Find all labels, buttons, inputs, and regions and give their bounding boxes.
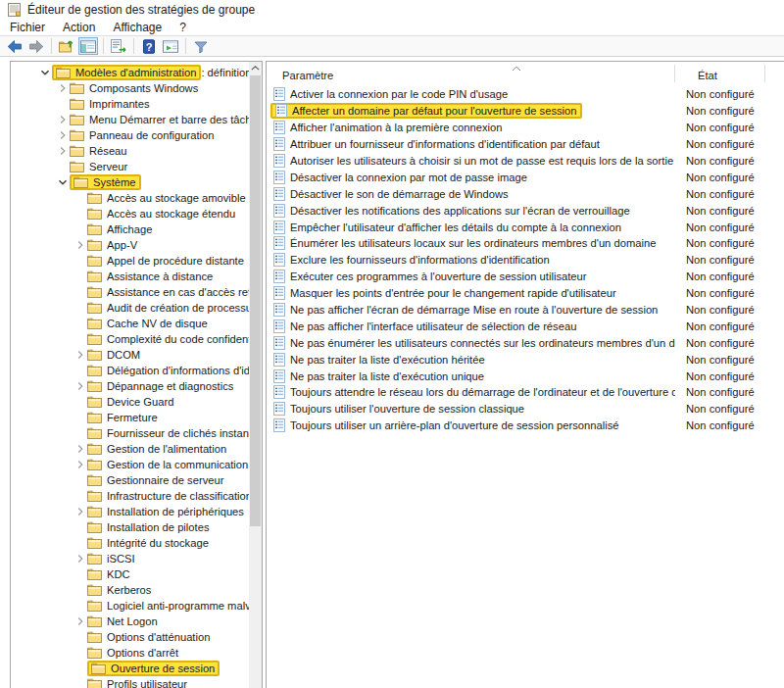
tree-item-profils-utilisateur[interactable]: Profils utilisateur <box>11 676 249 688</box>
tree-item-gestionnaire-de-serveur[interactable]: Gestionnaire de serveur <box>11 472 249 488</box>
policy-row[interactable]: Désactiver le son de démarrage de Window… <box>267 185 784 202</box>
policy-row[interactable]: Activer la connexion par le code PIN d'u… <box>267 86 784 103</box>
new-window-icon[interactable] <box>161 37 180 55</box>
policy-row[interactable]: Énumérer les utilisateurs locaux sur les… <box>267 235 784 252</box>
tree-item-installation-de-pilotes[interactable]: Installation de pilotes <box>11 519 249 535</box>
tree-item-menu-d-marrer-et-barre-des-t-ches[interactable]: Menu Démarrer et barre des tâches <box>11 112 249 127</box>
tree-item-r-seau[interactable]: Réseau <box>11 143 249 159</box>
policy-row[interactable]: Ne pas énumérer les utilisateurs connect… <box>267 334 784 351</box>
menu-item-help[interactable]: ? <box>171 21 195 34</box>
column-header-parametre[interactable]: Paramètre <box>282 70 333 81</box>
tree-item-fermeture[interactable]: Fermeture <box>11 410 249 425</box>
tree-item-iscsi[interactable]: iSCSI <box>11 551 249 566</box>
column-header-etat[interactable]: État <box>698 70 717 81</box>
tree-item-kdc[interactable]: KDC <box>11 566 249 582</box>
tree-item-ouverture-de-session[interactable]: Ouverture de session <box>11 661 249 676</box>
policy-row[interactable]: Autoriser les utilisateurs à choisir si … <box>267 153 784 170</box>
policy-row[interactable]: Désactiver la connexion par mot de passe… <box>267 169 784 185</box>
filter-icon[interactable] <box>191 37 211 55</box>
policy-setting-icon <box>272 204 286 218</box>
policy-row[interactable]: Attribuer un fournisseur d'informations … <box>267 136 784 153</box>
policy-setting-icon <box>272 253 286 267</box>
chevron-collapsed-icon[interactable] <box>74 240 87 250</box>
show-console-tree-icon[interactable] <box>78 37 98 55</box>
tree-item-infrastructure-de-classification[interactable]: Infrastructure de classification <box>11 488 249 504</box>
tree-item-affichage[interactable]: Affichage <box>11 221 249 237</box>
policy-row[interactable]: Ne pas afficher l'interface utilisateur … <box>267 318 784 334</box>
forward-icon[interactable] <box>26 37 46 55</box>
policy-row[interactable]: Ne pas traiter la liste d'exécution uniq… <box>267 368 784 384</box>
policy-state: Non configuré <box>675 403 755 415</box>
tree-item-gestion-de-la-communication-internet[interactable]: Gestion de la communication Internet <box>11 457 249 472</box>
tree-item-logiciel-anti-programme-malveillant[interactable]: Logiciel anti-programme malveillant <box>11 598 249 614</box>
policy-row[interactable]: Affecter un domaine par défaut pour l'ou… <box>267 103 784 120</box>
policy-row[interactable]: Empêcher l'utilisateur d'afficher les dé… <box>267 219 784 235</box>
chevron-collapsed-icon[interactable] <box>56 146 70 156</box>
policy-row[interactable]: Désactiver les notifications des applica… <box>267 202 784 219</box>
tree-item-d-pannage-et-diagnostics[interactable]: Dépannage et diagnostics <box>11 378 249 394</box>
policy-row[interactable]: Ne pas traiter la liste d'exécution héri… <box>267 351 784 368</box>
policy-row[interactable]: Exécuter ces programmes à l'ouverture de… <box>267 269 784 285</box>
policy-row[interactable]: Toujours utiliser un arrière-plan d'ouve… <box>267 418 784 434</box>
chevron-collapsed-icon[interactable] <box>74 554 87 564</box>
tree-item-panneau-de-configuration[interactable]: Panneau de configuration <box>11 127 249 143</box>
tree-item-mod-les-d-administration[interactable]: Modèles d'administration : définitions <box>11 65 249 80</box>
tree-item-d-l-gation-d-informations-d-identification[interactable]: Délégation d'informations d'identificati… <box>11 363 249 378</box>
tree-item-imprimantes[interactable]: Imprimantes <box>11 96 249 112</box>
folder-icon <box>70 145 84 157</box>
chevron-expanded-icon[interactable] <box>38 68 52 77</box>
tree-item-installation-de-p-riph-riques[interactable]: Installation de périphériques <box>11 504 249 519</box>
scrollbar-thumb[interactable] <box>250 75 261 526</box>
chevron-collapsed-icon[interactable] <box>74 381 87 391</box>
chevron-expanded-icon[interactable] <box>56 177 70 187</box>
tree-item-kerberos[interactable]: Kerberos <box>11 582 249 598</box>
policy-row[interactable]: Ne pas afficher l'écran de démarrage Mis… <box>267 302 784 319</box>
tree-item-audit-de-cr-ation-de-processus[interactable]: Audit de création de processus <box>11 300 249 316</box>
column-divider[interactable] <box>674 65 675 82</box>
tree-item-fournisseur-de-clich-s-instantan-s[interactable]: Fournisseur de clichés instantanés <box>11 425 249 441</box>
tree-item-acc-s-au-stockage-amovible[interactable]: Accès au stockage amovible <box>11 190 249 206</box>
menu-item-affichage[interactable]: Affichage <box>104 21 171 34</box>
chevron-collapsed-icon[interactable] <box>74 444 87 454</box>
tree-item-cache-nv-de-disque[interactable]: Cache NV de disque <box>11 316 249 331</box>
chevron-collapsed-icon[interactable] <box>56 83 70 93</box>
tree-item-composants-windows[interactable]: Composants Windows <box>11 80 249 96</box>
chevron-collapsed-icon[interactable] <box>74 350 87 360</box>
policy-row[interactable]: Masquer les points d'entrée pour le chan… <box>267 285 784 302</box>
tree-item-dcom[interactable]: DCOM <box>11 347 249 363</box>
tree-item-device-guard[interactable]: Device Guard <box>11 394 249 410</box>
chevron-collapsed-icon[interactable] <box>74 460 87 469</box>
back-icon[interactable] <box>5 37 24 55</box>
up-one-level-icon[interactable] <box>57 37 76 55</box>
tree-item-assistance-en-cas-d-acc-s-refus[interactable]: Assistance en cas d'accès refusé <box>11 284 249 300</box>
help-icon[interactable]: ? <box>139 37 159 55</box>
tree-item-appel-de-proc-dure-distante[interactable]: Appel de procédure distante <box>11 253 249 269</box>
chevron-collapsed-icon[interactable] <box>74 616 87 626</box>
scrollbar-up-icon[interactable] <box>249 62 262 74</box>
policy-row[interactable]: Afficher l'animation à la première conne… <box>267 120 784 136</box>
tree-item-options-d-arr-t[interactable]: Options d'arrêt <box>11 645 249 661</box>
tree-item-app-v[interactable]: App-V <box>11 237 249 253</box>
export-list-icon[interactable] <box>109 37 128 55</box>
policy-row[interactable]: Exclure les fournisseurs d'informations … <box>267 252 784 269</box>
tree-item-label: App-V <box>107 239 137 251</box>
tree-item-serveur[interactable]: Serveur <box>11 159 249 174</box>
tree-item-complexit-du-code-confidentiel[interactable]: Complexité du code confidentiel <box>11 331 249 347</box>
tree-item-label: DCOM <box>107 349 140 361</box>
chevron-collapsed-icon[interactable] <box>56 115 70 124</box>
chevron-collapsed-icon[interactable] <box>74 507 87 516</box>
tree-item-gestion-de-l-alimentation[interactable]: Gestion de l'alimentation <box>11 441 249 457</box>
tree-item-syst-me[interactable]: Système <box>11 174 249 190</box>
policy-row[interactable]: Toujours attendre le réseau lors du déma… <box>267 384 784 401</box>
tree-scrollbar[interactable] <box>249 62 262 688</box>
menu-item-fichier[interactable]: Fichier <box>1 21 54 34</box>
tree-item-int-grit-du-stockage[interactable]: Intégrité du stockage <box>11 535 249 551</box>
menu-item-action[interactable]: Action <box>54 21 104 34</box>
tree-item-net-logon[interactable]: Net Logon <box>11 614 249 629</box>
column-divider[interactable] <box>764 65 765 82</box>
chevron-collapsed-icon[interactable] <box>56 130 70 140</box>
tree-item-assistance-distance[interactable]: Assistance à distance <box>11 269 249 284</box>
tree-item-options-d-att-nuation[interactable]: Options d'atténuation <box>11 629 249 645</box>
policy-row[interactable]: Toujours utiliser l'ouverture de session… <box>267 401 784 418</box>
tree-item-acc-s-au-stockage-tendu[interactable]: Accès au stockage étendu <box>11 206 249 221</box>
